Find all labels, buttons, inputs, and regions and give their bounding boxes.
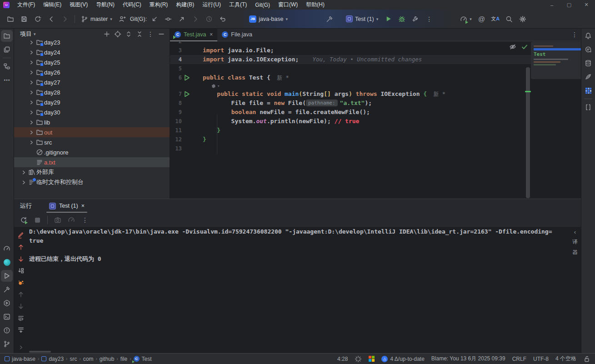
close-tab-icon[interactable]: ×	[81, 203, 85, 209]
camera-button[interactable]	[51, 214, 64, 226]
git-sync-widget[interactable]: △ 4 Δ/up-to-date	[381, 356, 424, 362]
tree-item-day26[interactable]: day26	[14, 67, 170, 77]
tree-item-.gitignore[interactable]: .gitignore	[14, 147, 170, 157]
run-tab-test[interactable]: Test (1) ×	[45, 199, 89, 213]
rollback-button[interactable]	[216, 12, 230, 26]
breadcrumb-file[interactable]: file	[120, 356, 127, 362]
close-button[interactable]: ✕	[578, 0, 595, 10]
tree-item-src[interactable]: src	[14, 137, 170, 147]
menu-窗口(W)[interactable]: 窗口(W)	[274, 0, 302, 10]
project-header-minus-button[interactable]	[156, 29, 167, 40]
gauge-button[interactable]	[65, 214, 78, 226]
chevron-right-icon[interactable]	[29, 40, 34, 45]
blame-widget[interactable]: Blame: You 13 6月 2025 09:39	[431, 355, 505, 363]
soft-wrap-button[interactable]	[15, 313, 26, 324]
tool-window-button-structure[interactable]	[1, 60, 13, 72]
project-header-expand-button[interactable]	[123, 29, 134, 40]
chevron-right-icon[interactable]	[29, 120, 34, 125]
chevron-right-icon[interactable]	[29, 110, 34, 115]
tool-window-button-more-tools[interactable]: ⋯	[1, 74, 13, 86]
tree-item-day23[interactable]: day23	[14, 40, 170, 47]
breadcrumb-src[interactable]: src	[70, 356, 77, 362]
run-console-output[interactable]: D:\develop\java\oracle\jdk-17\bin\java.e…	[29, 227, 570, 350]
project-selector[interactable]: JB java-base ▾	[246, 12, 291, 26]
console-hscrollbar[interactable]	[29, 351, 51, 353]
tree-item-out[interactable]: out	[14, 127, 170, 137]
back-button[interactable]	[45, 12, 58, 26]
chevron-right-icon[interactable]	[29, 130, 34, 135]
save-button[interactable]	[17, 12, 31, 26]
arrow-down-dim-button[interactable]	[15, 301, 26, 312]
indent-widget[interactable]: 4 个空格	[555, 355, 576, 363]
tools-button[interactable]	[409, 12, 422, 26]
search-everywhere-button[interactable]	[502, 12, 516, 26]
chevron-right-icon[interactable]	[29, 60, 34, 65]
fold-chevron-icon[interactable]: ‹	[574, 229, 576, 235]
tree-item-day25[interactable]: day25	[14, 57, 170, 67]
stop-button[interactable]	[31, 214, 44, 226]
open-folder-button[interactable]	[4, 12, 17, 26]
more-run-actions-button[interactable]: ⋮	[422, 12, 436, 26]
code-minimap[interactable]: Test	[531, 42, 585, 79]
history-button[interactable]	[202, 12, 216, 26]
chevron-right-icon[interactable]	[29, 80, 34, 85]
tool-window-button-project-folder[interactable]	[1, 30, 13, 42]
tool-window-button-problems[interactable]	[1, 324, 13, 336]
tree-item-外部库[interactable]: 外部库	[14, 167, 170, 177]
tree-item-a.txt[interactable]: a.txt	[14, 157, 170, 167]
ms-plugin-icon[interactable]	[369, 356, 375, 362]
menu-文件(F)[interactable]: 文件(F)	[13, 0, 39, 10]
arrow-up-button[interactable]	[15, 242, 26, 253]
editor-scrollbar[interactable]	[526, 67, 530, 198]
code-with-me-button[interactable]: @	[475, 12, 489, 26]
git-update-button[interactable]	[148, 12, 161, 26]
maximize-button[interactable]: ▢	[560, 0, 578, 10]
clear-pencil-button[interactable]	[15, 230, 26, 241]
scroll-down-box-button[interactable]	[15, 265, 26, 276]
git-branch-widget[interactable]: master ▾	[78, 12, 115, 26]
translate-button[interactable]: 文A	[489, 12, 502, 26]
kebab-icon[interactable]: ⋮	[571, 31, 578, 38]
menu-工具(T)[interactable]: 工具(T)	[225, 0, 251, 10]
debug-button[interactable]	[395, 12, 409, 26]
sync-button[interactable]	[31, 12, 45, 26]
code-editor[interactable]: 23import java.io.File;4import java.io.IO…	[170, 41, 581, 199]
project-header-plus-button[interactable]	[101, 29, 112, 40]
close-tab-icon[interactable]: ×	[210, 31, 213, 38]
tool-window-button-notifications-bell[interactable]	[582, 30, 594, 42]
tool-window-button-bookmarks-windows[interactable]	[1, 44, 13, 55]
breadcrumb-github[interactable]: github	[100, 356, 115, 362]
tree-item-day30[interactable]: day30	[14, 107, 170, 117]
breadcrumb-day23[interactable]: day23	[41, 356, 64, 362]
tree-item-lib[interactable]: lib	[14, 117, 170, 127]
chevron-right-icon[interactable]	[29, 140, 34, 145]
settings-button[interactable]	[516, 12, 530, 26]
project-header-collapse-button[interactable]	[134, 29, 145, 40]
git-commit-button[interactable]	[161, 12, 175, 26]
scroll-to-end-button[interactable]	[15, 324, 26, 335]
run-button[interactable]	[381, 12, 395, 26]
unlock-icon[interactable]	[583, 355, 590, 363]
breadcrumb-com[interactable]: com	[83, 356, 94, 362]
menu-重构(R)[interactable]: 重构(R)	[145, 0, 172, 10]
run-gutter-icon[interactable]	[183, 74, 190, 81]
menu-运行(U)[interactable]: 运行(U)	[198, 0, 225, 10]
menu-导航(N)[interactable]: 导航(N)	[92, 0, 119, 10]
arrow-down-button[interactable]	[15, 254, 26, 264]
tree-item-临时文件和控制台[interactable]: 临时文件和控制台	[14, 177, 170, 187]
project-header-kebab-button[interactable]: ⋮	[145, 29, 156, 40]
kebab-button[interactable]: ⋮	[79, 214, 91, 226]
build-button[interactable]	[323, 12, 336, 26]
menu-视图(V)[interactable]: 视图(V)	[65, 0, 92, 10]
menu-编辑(E)[interactable]: 编辑(E)	[39, 0, 65, 10]
tool-window-button-brackets-tool[interactable]	[582, 101, 594, 113]
tool-window-button-database[interactable]	[582, 57, 594, 69]
forward-button[interactable]	[58, 12, 72, 26]
cursor-position[interactable]: 4:28	[337, 356, 348, 362]
chevron-right-icon[interactable]	[29, 50, 34, 55]
project-header-target-button[interactable]	[112, 29, 123, 40]
tree-item-day24[interactable]: day24	[14, 47, 170, 57]
console-collapsed-pane[interactable]: ‹ 译 器	[572, 229, 578, 256]
chevron-right-icon[interactable]	[29, 90, 34, 95]
no-problems-check-icon[interactable]	[521, 43, 528, 50]
